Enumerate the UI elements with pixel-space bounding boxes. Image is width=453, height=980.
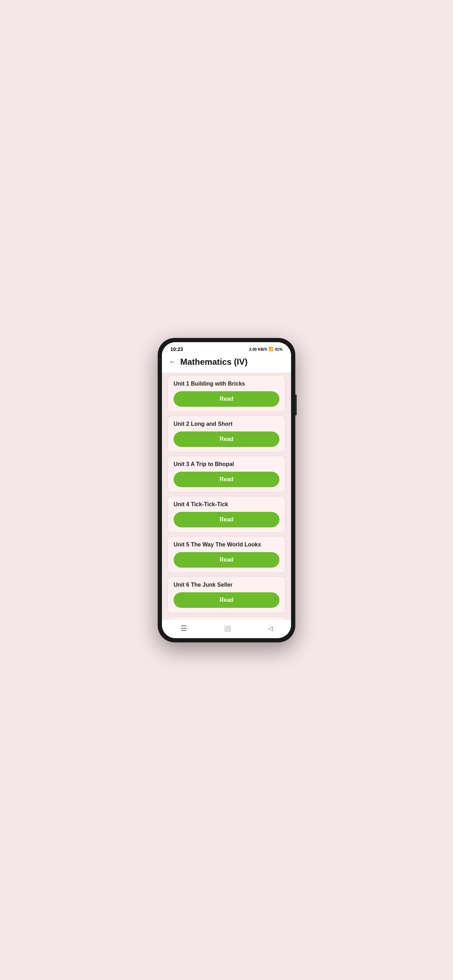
status-icons: 2.00 KB/S 📶 41% — [249, 347, 283, 352]
unit-title-6: Unit 6 The Junk Seller — [173, 582, 280, 588]
status-bar: 10:23 2.00 KB/S 📶 41% — [162, 342, 291, 354]
unit-title-2: Unit 2 Long and Short — [173, 421, 280, 427]
read-button-3[interactable]: Read — [173, 472, 280, 487]
phone-shell: 10:23 2.00 KB/S 📶 41% ← Mathematics (IV)… — [158, 338, 295, 643]
unit-list: Unit 1 Building with BricksReadUnit 2 Lo… — [162, 372, 291, 619]
unit-title-3: Unit 3 A Trip to Bhopal — [173, 461, 280, 468]
back-button[interactable]: ← — [169, 358, 176, 366]
back-nav-icon[interactable] — [268, 624, 273, 632]
home-icon[interactable] — [224, 624, 231, 632]
battery-label: 41% — [275, 347, 283, 352]
read-button-4[interactable]: Read — [173, 512, 280, 527]
data-speed-label: 2.00 KB/S — [249, 347, 267, 352]
unit-card-6: Unit 6 The Junk SellerRead — [168, 576, 285, 613]
read-button-6[interactable]: Read — [173, 592, 280, 608]
status-time: 10:23 — [170, 347, 183, 352]
phone-screen: 10:23 2.00 KB/S 📶 41% ← Mathematics (IV)… — [162, 342, 291, 638]
wifi-icon: 📶 — [269, 347, 273, 352]
unit-card-7: Unit 7 Jugs and MugsRead — [168, 617, 285, 619]
page-title: Mathematics (IV) — [180, 357, 248, 367]
unit-title-4: Unit 4 Tick-Tick-Tick — [173, 501, 280, 508]
unit-card-4: Unit 4 Tick-Tick-TickRead — [168, 496, 285, 533]
unit-title-1: Unit 1 Building with Bricks — [173, 381, 280, 387]
unit-card-3: Unit 3 A Trip to BhopalRead — [168, 456, 285, 492]
read-button-1[interactable]: Read — [173, 391, 280, 407]
unit-card-5: Unit 5 The Way The World LooksRead — [168, 536, 285, 573]
unit-title-5: Unit 5 The Way The World Looks — [173, 541, 280, 548]
read-button-5[interactable]: Read — [173, 552, 280, 568]
menu-icon[interactable] — [181, 624, 187, 633]
unit-card-1: Unit 1 Building with BricksRead — [168, 375, 285, 412]
bottom-navigation — [162, 619, 291, 638]
read-button-2[interactable]: Read — [173, 431, 280, 447]
app-header: ← Mathematics (IV) — [162, 354, 291, 372]
unit-card-2: Unit 2 Long and ShortRead — [168, 415, 285, 452]
